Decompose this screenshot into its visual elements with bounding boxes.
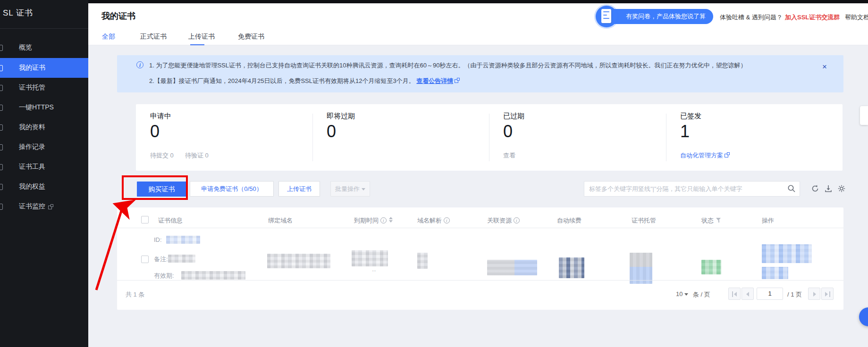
sidebar-item-my-certificates[interactable]: 我的证书	[0, 58, 88, 78]
redacted-operation-link[interactable]	[762, 267, 788, 279]
announcement-link[interactable]: 查看公告详情	[416, 77, 453, 84]
notice-banner	[117, 55, 843, 92]
external-link-icon	[48, 204, 53, 209]
col-operation: 操作	[762, 216, 774, 225]
sidebar-item-overview[interactable]: 概览	[0, 38, 88, 58]
prev-page-button[interactable]	[742, 288, 754, 300]
sidebar-item-cert-tools[interactable]: 证书工具	[0, 157, 88, 177]
sidebar-item-my-benefits[interactable]: 我的权益	[0, 177, 88, 197]
sidebar-product-title: SL 证书	[3, 8, 33, 18]
https-icon	[0, 105, 3, 111]
upload-certificate-button[interactable]: 上传证书	[278, 181, 320, 197]
stat-value-expiring: 0	[327, 122, 336, 141]
banner-line-2-text: 2.【最新】接证书厂商通知，2024年4月25日以后，免费SSL证书有效期将从1…	[149, 77, 415, 84]
stat-value-applying: 0	[150, 122, 160, 141]
stats-divider	[666, 114, 666, 161]
table-row-separator	[117, 280, 843, 281]
floating-help-button[interactable]	[859, 307, 868, 326]
col-associated-resources: 关联资源 i	[487, 216, 520, 225]
sort-icon[interactable]	[389, 217, 393, 223]
row-remark-label: 备注:	[154, 255, 168, 264]
sidebar-item-label: 证书监控	[19, 202, 45, 211]
banner-line-2: 2.【最新】接证书厂商通知，2024年4月25日以后，免费SSL证书有效期将从1…	[149, 77, 460, 85]
first-page-button[interactable]	[728, 288, 741, 300]
sidebar-item-label: 证书工具	[19, 163, 45, 171]
survey-button[interactable]: 有奖问卷，产品体验您说了算	[606, 9, 713, 24]
settings-gear-icon[interactable]	[837, 184, 846, 193]
view-expired-link[interactable]: 查看	[503, 151, 515, 160]
last-page-button[interactable]	[821, 288, 834, 300]
redacted-cert-hosting	[630, 253, 652, 284]
stat-label-expired: 已过期	[503, 112, 524, 121]
tab-free-certificates[interactable]: 免费证书	[238, 33, 264, 41]
col-status: 状态	[701, 216, 721, 225]
sidebar-item-label: 一键HTTPS	[19, 103, 54, 112]
row-checkbox[interactable]	[141, 256, 149, 263]
sidebar-item-label: 我的证书	[19, 64, 45, 72]
search-input[interactable]	[588, 182, 782, 196]
sidebar-item-cert-monitor[interactable]: 证书监控	[0, 197, 88, 216]
search-box	[584, 181, 800, 197]
chevron-down-icon	[362, 188, 365, 190]
sidebar-item-my-profile[interactable]: 我的资料	[0, 117, 88, 137]
sidebar-item-label: 操作记录	[19, 143, 45, 151]
batch-operation-label: 批量操作	[335, 185, 360, 192]
join-group-link[interactable]: 加入SSL证书交流群	[785, 13, 840, 22]
sidebar-item-label: 我的权益	[19, 182, 45, 191]
sidebar-item-operation-log[interactable]: 操作记录	[0, 137, 88, 157]
col-auto-renewal: 自动续费	[557, 216, 581, 225]
tools-icon	[0, 164, 3, 170]
help-doc-link[interactable]: 帮助文档	[845, 13, 868, 22]
survey-doc-icon[interactable]	[596, 6, 617, 27]
external-link-icon	[725, 152, 730, 157]
col-cert-info: 证书信息	[158, 216, 183, 225]
profile-icon	[0, 124, 3, 131]
sidebar-divider	[0, 28, 88, 29]
redacted-operation-links[interactable]	[762, 244, 812, 263]
stat-label-expiring: 即将过期	[327, 112, 355, 121]
col-domain-resolution: 域名解析 i	[417, 216, 450, 225]
info-icon[interactable]: i	[514, 217, 520, 223]
page-size-select[interactable]: 10	[676, 290, 688, 297]
feedback-text: 体验吐槽 & 遇到问题？	[720, 13, 783, 22]
floating-side-widget[interactable]	[860, 106, 868, 125]
col-cert-hosting: 证书托管	[632, 216, 656, 225]
tabs-bar: 全部 正式证书 上传证书 免费证书	[88, 30, 868, 45]
redacted-associated-resources	[487, 260, 537, 275]
tab-uploaded-certificates[interactable]: 上传证书	[188, 33, 215, 41]
certificate-icon	[0, 65, 3, 71]
expire-dots: ··	[372, 267, 376, 274]
batch-operation-button[interactable]: 批量操作	[330, 181, 370, 197]
download-icon[interactable]	[824, 184, 833, 193]
automation-plan-link[interactable]: 自动化管理方案	[680, 151, 730, 160]
banner-close-icon[interactable]: ×	[822, 62, 827, 72]
tab-paid-certificates[interactable]: 正式证书	[140, 33, 167, 41]
info-icon[interactable]: i	[444, 217, 450, 223]
redacted-status-badge	[701, 260, 721, 274]
redacted-bound-domain	[267, 254, 330, 268]
automation-plan-label: 自动化管理方案	[680, 152, 723, 159]
page-number-input[interactable]: 1	[757, 288, 783, 300]
hosting-icon	[0, 85, 3, 91]
redacted-auto-renewal-toggle[interactable]	[559, 257, 584, 278]
row-id-label: ID:	[154, 236, 162, 243]
col-bound-domain: 绑定域名	[268, 216, 293, 225]
next-page-button[interactable]	[808, 288, 820, 300]
select-all-checkbox[interactable]	[141, 216, 149, 223]
filter-funnel-icon[interactable]	[716, 217, 721, 223]
refresh-icon[interactable]	[811, 184, 819, 193]
overview-icon	[0, 45, 3, 51]
search-icon[interactable]	[787, 184, 796, 193]
benefits-icon	[0, 184, 3, 190]
apply-free-certificate-button[interactable]: 申请免费证书（0/50）	[190, 181, 274, 197]
page-title: 我的证书	[101, 10, 135, 22]
info-icon[interactable]: i	[380, 217, 387, 223]
sidebar-item-one-click-https[interactable]: 一键HTTPS	[0, 98, 88, 117]
active-tab-underline	[190, 44, 204, 45]
page-size-unit: 条 / 页	[693, 290, 710, 299]
tab-all[interactable]: 全部	[102, 33, 115, 41]
table-header-separator	[117, 228, 843, 228]
stat-sub-pending-verify: 待验证 0	[185, 151, 209, 160]
sidebar-item-cert-hosting[interactable]: 证书托管	[0, 78, 88, 98]
external-link-icon	[455, 78, 460, 83]
